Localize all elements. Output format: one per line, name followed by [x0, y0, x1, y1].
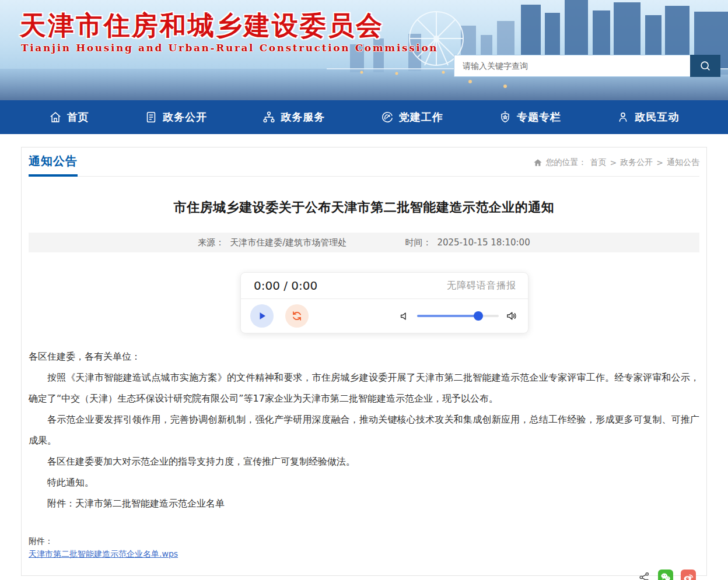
paragraph: 附件：天津市第二批智能建造示范企业名单	[29, 493, 699, 514]
site-title: 天津市住房和城乡建设委员会	[20, 8, 384, 43]
paragraph: 各区住建委，各有关单位：	[29, 346, 699, 367]
search-button[interactable]	[690, 55, 720, 77]
article-time: 时间： 2025-10-15 18:10:00	[405, 237, 530, 248]
site-search	[454, 55, 720, 77]
nav-label: 专题专栏	[517, 110, 561, 124]
nav-item-party-building[interactable]: 党建工作	[381, 110, 443, 124]
nav-item-special-topics[interactable]: 专题专栏	[499, 110, 561, 124]
shield-star-icon	[499, 111, 512, 124]
document-icon	[145, 111, 158, 124]
nav-label: 政务服务	[281, 110, 325, 124]
paragraph: 各示范企业要发挥引领作用，完善协调创新机制，强化产学研用深度融合，推动关键核心技…	[29, 409, 699, 451]
time-value: 2025-10-15 18:10:00	[437, 237, 530, 248]
main-nav: 首页 政务公开 政务服务 党建工作 专题专栏	[0, 100, 728, 134]
weibo-share-button[interactable]	[681, 570, 696, 580]
paragraph: 各区住建委要加大对示范企业的指导支持力度，宣传推广可复制经验做法。	[29, 451, 699, 472]
party-emblem-icon	[381, 111, 394, 124]
article-title: 市住房城乡建设委关于公布天津市第二批智能建造示范企业的通知	[29, 199, 699, 216]
wechat-share-button[interactable]	[658, 570, 673, 580]
audio-player-header: 0:00 / 0:00 无障碍语音播报	[241, 273, 528, 299]
volume-high-icon[interactable]	[506, 310, 517, 322]
volume-slider-handle[interactable]	[474, 311, 483, 321]
breadcrumb-link-gov-info[interactable]: 政务公开	[620, 157, 653, 168]
source-label: 来源：	[198, 237, 224, 248]
paragraph: 特此通知。	[29, 472, 699, 493]
attachment-label: 附件：	[29, 535, 699, 548]
nav-item-gov-services[interactable]: 政务服务	[262, 110, 325, 124]
audio-time-display: 0:00 / 0:00	[254, 279, 317, 293]
play-button[interactable]	[250, 304, 274, 328]
audio-player: 0:00 / 0:00 无障碍语音播报	[240, 272, 528, 333]
sitemap-icon	[262, 111, 275, 124]
site-banner: 天津市住房和城乡建设委员会 Tianjin Housing and Urban-…	[0, 0, 728, 100]
time-label: 时间：	[405, 237, 431, 248]
breadcrumb-prefix: 您的位置：	[546, 157, 587, 168]
play-icon	[257, 311, 267, 321]
nav-item-public-interaction[interactable]: 政民互动	[617, 110, 679, 124]
attachment-file-link[interactable]: 天津市第二批智能建造示范企业名单.wps	[29, 548, 178, 561]
nav-label: 党建工作	[399, 110, 443, 124]
breadcrumb-separator: >	[656, 158, 663, 167]
breadcrumb-separator: >	[610, 158, 617, 167]
source-value: 天津市住建委/建筑市场管理处	[230, 237, 346, 248]
article-body: 各区住建委，各有关单位： 按照《天津市智能建造试点城市实施方案》的文件精神和要求…	[29, 346, 699, 514]
home-solid-icon	[533, 158, 542, 167]
attachment-section: 附件： 天津市第二批智能建造示范企业名单.wps	[29, 535, 699, 560]
section-header: 通知公告 您的位置： 首页 > 政务公开 > 通知公告	[29, 147, 699, 177]
replay-button[interactable]	[285, 304, 309, 328]
paragraph: 按照《天津市智能建造试点城市实施方案》的文件精神和要求，市住房城乡建设委开展了天…	[29, 367, 699, 409]
site-subtitle: Tianjin Housing and Urban-Rural Construc…	[21, 42, 438, 54]
search-icon	[699, 59, 712, 72]
volume-slider[interactable]	[417, 311, 499, 321]
tab-notice-announcements[interactable]: 通知公告	[29, 146, 78, 177]
nav-label: 政民互动	[635, 110, 679, 124]
article-meta-bar: 来源： 天津市住建委/建筑市场管理处 时间： 2025-10-15 18:10:…	[29, 233, 699, 252]
breadcrumb-link-home[interactable]: 首页	[590, 157, 607, 168]
home-icon	[49, 111, 62, 124]
content-panel: 通知公告 您的位置： 首页 > 政务公开 > 通知公告 市住房城乡建设委关于公布…	[21, 147, 707, 576]
volume-slider-fill	[417, 315, 478, 317]
breadcrumb: 您的位置： 首页 > 政务公开 > 通知公告	[533, 157, 699, 176]
search-input[interactable]	[454, 55, 690, 77]
share-bar	[29, 570, 699, 580]
share-nodes-icon	[638, 571, 650, 580]
volume-low-icon[interactable]	[399, 311, 410, 322]
nav-item-home[interactable]: 首页	[49, 110, 89, 124]
nav-label: 政务公开	[163, 110, 207, 124]
share-button[interactable]	[638, 571, 650, 580]
audio-player-controls	[241, 299, 528, 333]
weibo-icon	[682, 571, 694, 580]
volume-controls	[399, 310, 520, 322]
breadcrumb-link-notices[interactable]: 通知公告	[667, 157, 699, 168]
audio-player-caption: 无障碍语音播报	[447, 280, 516, 292]
replay-icon	[291, 310, 303, 322]
wechat-icon	[660, 571, 671, 580]
nav-item-gov-info[interactable]: 政务公开	[145, 110, 207, 124]
person-icon	[617, 111, 629, 124]
nav-label: 首页	[67, 110, 89, 124]
article-source: 来源： 天津市住建委/建筑市场管理处	[198, 237, 346, 248]
